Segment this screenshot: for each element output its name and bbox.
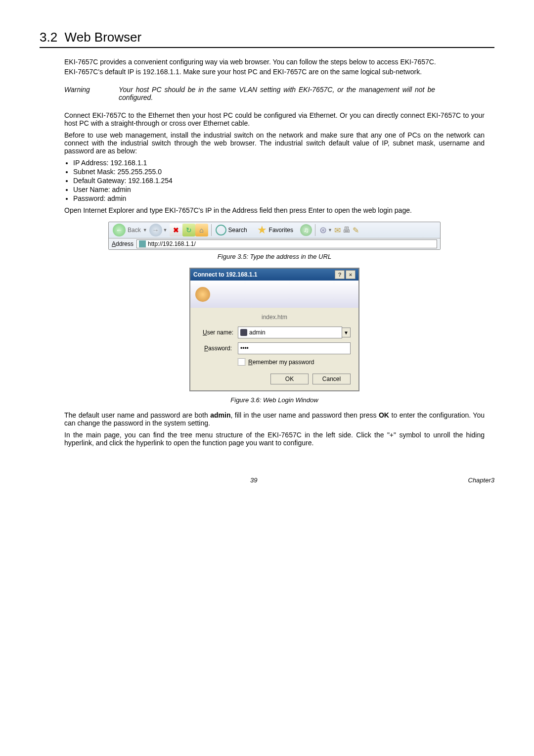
page-icon (139, 240, 146, 247)
forward-button[interactable]: → (149, 224, 162, 236)
history-icon: ⊛ (319, 225, 327, 236)
username-value: admin (249, 329, 266, 336)
favorites-label: Favorites (269, 227, 293, 234)
back-button[interactable]: ← Back ▼ (113, 224, 147, 236)
defaults-list: IP Address: 192.168.1.1 Subnet Mask: 255… (73, 159, 485, 202)
figure-login-dialog: Connect to 192.168.1.1 ? × index.htm Use… (64, 268, 485, 404)
print-button[interactable]: 🖶 (343, 226, 351, 235)
list-item: Default Gateway: 192.168.1.254 (73, 177, 485, 185)
close-button[interactable]: × (346, 270, 356, 279)
edit-icon: ✎ (353, 226, 359, 235)
mail-button[interactable]: ✉ (334, 226, 341, 235)
dialog-banner (190, 281, 358, 308)
divider (211, 224, 212, 236)
edit-button[interactable]: ✎ (353, 226, 359, 235)
media-button[interactable]: ♫ (300, 224, 312, 236)
realm-label: index.htm (198, 314, 351, 321)
warning-text: Your host PC should be in the same VLAN … (119, 86, 485, 101)
chevron-down-icon: ▼ (163, 228, 168, 233)
user-icon (240, 329, 247, 336)
search-label: Search (228, 227, 247, 234)
cancel-button[interactable]: Cancel (312, 374, 351, 384)
home-icon: ⌂ (199, 226, 203, 234)
list-item: User Name: admin (73, 186, 485, 193)
dialog-titlebar: Connect to 192.168.1.1 ? × (190, 269, 358, 281)
intro-paragraph-1: EKI-7657C provides a convenient configur… (64, 58, 485, 66)
figure-caption-1: Figure 3.5: Type the address in the URL (64, 253, 485, 260)
ie-address-row: Address http://192.168.1.1/ (109, 238, 440, 249)
password-label: Password: (198, 345, 238, 352)
ie-toolbar-row: ← Back ▼ → ▼ ✖ ↻ ⌂ (109, 222, 440, 238)
username-label: User name: (198, 329, 238, 336)
username-dropdown[interactable]: ▼ (342, 328, 351, 337)
favorites-button[interactable]: ★ Favorites (257, 224, 293, 236)
paragraph-tree-menu: In the main page, you can find the tree … (64, 431, 485, 447)
list-item: Password: admin (73, 194, 485, 202)
stop-icon: ✖ (173, 226, 179, 234)
figure-caption-2: Figure 3.6: Web Login Window (64, 396, 485, 404)
media-icon: ♫ (304, 226, 309, 234)
intro-paragraph-2: EKI-7657C's default IP is 192.168.1.1. M… (64, 68, 485, 76)
star-icon: ★ (257, 224, 267, 236)
help-button[interactable]: ? (335, 270, 345, 279)
address-value: http://192.168.1.1/ (148, 240, 196, 247)
address-input[interactable]: http://192.168.1.1/ (136, 239, 437, 248)
search-icon (216, 225, 226, 236)
back-icon: ← (113, 224, 126, 236)
page-footer: 39 Chapter3 (40, 476, 494, 484)
search-button[interactable]: Search (216, 225, 247, 236)
list-item: Subnet Mask: 255.255.255.0 (73, 168, 485, 176)
remember-label: Remember my password (248, 359, 314, 366)
section-heading: 3.2 Web Browser (40, 30, 494, 48)
divider (315, 224, 315, 236)
ok-button[interactable]: OK (270, 374, 309, 384)
forward-icon: → (149, 224, 162, 236)
refresh-button[interactable]: ↻ (182, 224, 195, 236)
chevron-down-icon: ▼ (143, 228, 147, 233)
warning-block: Warning Your host PC should be in the sa… (64, 86, 485, 101)
dialog-title: Connect to 192.168.1.1 (193, 271, 257, 278)
remember-checkbox[interactable] (238, 358, 245, 366)
password-value: •••• (240, 345, 249, 352)
refresh-icon: ↻ (186, 226, 192, 234)
password-input[interactable]: •••• (238, 342, 351, 354)
paragraph-connect: Connect EKI-7657C to the Ethernet then y… (64, 111, 485, 127)
username-input[interactable]: admin (238, 327, 342, 338)
chevron-down-icon: ▼ (328, 228, 332, 233)
home-button[interactable]: ⌂ (195, 224, 208, 236)
warning-label: Warning (64, 86, 119, 101)
mail-icon: ✉ (334, 226, 341, 235)
address-label: Address (112, 240, 134, 247)
chapter-label: Chapter3 (468, 476, 494, 484)
paragraph-open-ie: Open Internet Explorer and type EKI-7657… (64, 206, 485, 214)
section-number: 3.2 (40, 30, 57, 45)
print-icon: 🖶 (343, 226, 351, 235)
section-title: Web Browser (65, 30, 142, 45)
history-button[interactable]: ⊛ ▼ (319, 225, 332, 236)
figure-ie-toolbar: ← Back ▼ → ▼ ✖ ↻ ⌂ (64, 222, 485, 260)
paragraph-before-use: Before to use web management, install th… (64, 131, 485, 155)
keys-icon (195, 287, 210, 302)
stop-button[interactable]: ✖ (170, 224, 182, 236)
list-item: IP Address: 192.168.1.1 (73, 159, 485, 167)
back-label: Back (128, 227, 141, 234)
page-number: 39 (250, 476, 257, 484)
paragraph-default-creds: The default user name and password are b… (64, 411, 485, 427)
